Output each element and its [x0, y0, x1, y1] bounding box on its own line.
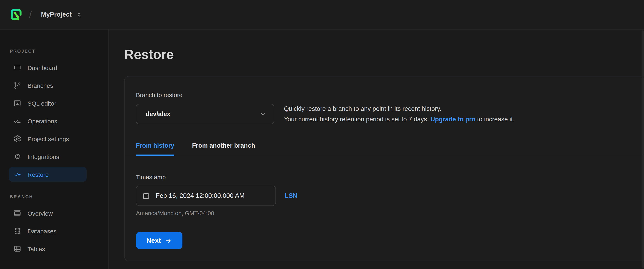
- sidebar-section-branch: BRANCHOverviewDatabasesTables: [9, 194, 108, 256]
- restore-card: Branch to restore dev/alex Quickly resto…: [124, 76, 644, 261]
- lsn-link[interactable]: LSN: [285, 192, 297, 200]
- chevrons-up-down-icon: [76, 11, 82, 18]
- branch-to-restore-label: Branch to restore: [136, 91, 639, 99]
- breadcrumb-separator: /: [29, 9, 32, 20]
- project-switcher[interactable]: MyProject: [39, 9, 85, 20]
- branch-select[interactable]: dev/alex: [136, 104, 274, 124]
- sidebar-item-label: Integrations: [28, 153, 59, 160]
- sidebar-item-branches[interactable]: Branches: [9, 78, 86, 93]
- sidebar-item-label: Databases: [28, 228, 56, 234]
- neon-logo-icon[interactable]: [10, 8, 22, 21]
- description-line-2: Your current history retention period is…: [284, 114, 514, 124]
- gear-icon: [13, 135, 22, 143]
- description-line2-before: Your current history retention period is…: [284, 116, 430, 122]
- neon-console-app: / MyProject PROJECTDashboardBranchesSQL …: [0, 0, 644, 269]
- timezone-note: America/Moncton, GMT-04:00: [136, 210, 639, 217]
- description-line2-after: to increase it.: [476, 116, 514, 122]
- sidebar-item-label: Overview: [28, 210, 53, 216]
- checklist-icon: [13, 117, 22, 125]
- restore-tabs: From historyFrom another branch: [124, 142, 644, 155]
- tab-from-another-branch[interactable]: From another branch: [192, 142, 255, 156]
- sidebar-item-databases[interactable]: Databases: [9, 224, 86, 238]
- branch-select-value: dev/alex: [146, 110, 259, 118]
- timestamp-input[interactable]: Feb 16, 2024 12:00:00.000 AM: [136, 186, 276, 206]
- sidebar-item-label: Dashboard: [28, 64, 57, 71]
- tab-from-history[interactable]: From history: [136, 142, 174, 156]
- top-bar: / MyProject: [0, 0, 644, 30]
- sidebar-item-restore[interactable]: Restore: [9, 167, 86, 182]
- branch-icon: [13, 81, 22, 90]
- integrations-icon: [13, 152, 22, 160]
- sidebar-section-label: PROJECT: [10, 48, 108, 54]
- sidebar: PROJECTDashboardBranchesSQL editorOperat…: [0, 30, 109, 269]
- sql-terminal-icon: [13, 99, 22, 107]
- calendar-icon: [142, 192, 150, 200]
- next-button[interactable]: Next: [136, 232, 182, 249]
- sidebar-item-label: Restore: [28, 171, 49, 178]
- sidebar-item-overview[interactable]: Overview: [9, 206, 86, 220]
- sidebar-item-project-settings[interactable]: Project settings: [9, 132, 86, 146]
- description-line-1: Quickly restore a branch to any point in…: [284, 104, 514, 114]
- database-icon: [13, 227, 22, 235]
- project-name: MyProject: [41, 11, 72, 18]
- timestamp-value: Feb 16, 2024 12:00:00.000 AM: [156, 192, 244, 200]
- chevron-down-icon: [259, 110, 266, 118]
- sidebar-item-sql-editor[interactable]: SQL editor: [9, 96, 86, 110]
- page-title: Restore: [124, 45, 644, 64]
- upgrade-to-pro-link[interactable]: Upgrade to pro: [430, 116, 475, 122]
- checklist-icon: [13, 170, 22, 178]
- vertical-scrollbar[interactable]: [642, 30, 644, 268]
- window-icon: [13, 209, 22, 217]
- sidebar-item-label: Operations: [28, 118, 57, 124]
- sidebar-section-project: PROJECTDashboardBranchesSQL editorOperat…: [9, 48, 108, 182]
- branch-select-row: dev/alex Quickly restore a branch to any…: [136, 104, 639, 124]
- sidebar-section-label: BRANCH: [10, 194, 108, 199]
- arrow-right-icon: [165, 237, 172, 244]
- restore-description: Quickly restore a branch to any point in…: [284, 104, 514, 124]
- next-button-label: Next: [146, 237, 161, 244]
- sidebar-item-tables[interactable]: Tables: [9, 242, 86, 256]
- timestamp-label: Timestamp: [136, 173, 639, 181]
- table-icon: [13, 245, 22, 253]
- sidebar-item-dashboard[interactable]: Dashboard: [9, 60, 86, 75]
- sidebar-item-label: Tables: [28, 245, 45, 252]
- window-icon: [13, 64, 22, 72]
- main-content: Restore Branch to restore dev/alex Quick…: [109, 30, 644, 269]
- timestamp-row: Feb 16, 2024 12:00:00.000 AM LSN: [136, 186, 639, 206]
- sidebar-item-operations[interactable]: Operations: [9, 114, 86, 128]
- layout: PROJECTDashboardBranchesSQL editorOperat…: [0, 30, 644, 269]
- sidebar-item-label: Branches: [28, 82, 53, 89]
- sidebar-item-integrations[interactable]: Integrations: [9, 149, 86, 164]
- sidebar-item-label: SQL editor: [28, 100, 56, 106]
- sidebar-item-label: Project settings: [28, 135, 69, 142]
